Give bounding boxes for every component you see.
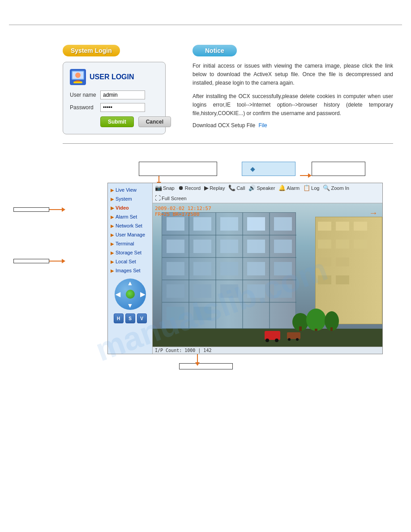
nav-item-imagesset[interactable]: ▶ Images Set [108, 266, 152, 275]
building-main [162, 212, 296, 329]
toolbar-fullscreen[interactable]: ⛶ Full Screen [155, 195, 187, 202]
password-input[interactable] [100, 103, 145, 112]
nav-label-alarmset: Alarm Set [116, 214, 137, 219]
ptz-center-button[interactable] [126, 290, 135, 299]
nav-item-video[interactable]: ▶ Video [108, 203, 152, 212]
login-box: USER LOGIN User name Password Submit Can… [63, 62, 166, 134]
notice-download: Download OCX Setup File File [193, 122, 393, 129]
nav-arrow-icon: ▶ [111, 250, 114, 255]
svg-rect-19 [193, 240, 211, 253]
svg-point-54 [306, 309, 326, 331]
nav-arrow-icon: ▶ [111, 259, 114, 264]
nav-label-localset: Local Set [116, 259, 136, 264]
call-icon: 📞 [228, 184, 235, 191]
ptz-control: ▲ ▼ ◀ ▶ H S V [108, 275, 152, 327]
speaker-icon: 🔊 [248, 184, 256, 191]
toolbar-zoomin[interactable]: 🔍 Zoom In [323, 184, 349, 191]
download-link[interactable]: File [258, 122, 267, 129]
download-text-label: Download OCX Setup File [193, 122, 255, 129]
diagram-section: ◆ [9, 162, 402, 369]
nav-item-storageset[interactable]: ▶ Storage Set [108, 248, 152, 257]
svg-rect-3 [73, 82, 82, 83]
toolbar-snap[interactable]: 📷 Snap [155, 184, 175, 191]
top-right-arrow-indicator: → [369, 208, 378, 218]
username-input[interactable] [100, 90, 145, 99]
nav-item-liveview[interactable]: ▶ Live View [108, 185, 152, 194]
ptz-down-icon[interactable]: ▼ [127, 302, 133, 309]
nav-arrow-icon: ▶ [111, 241, 114, 246]
nav-item-networkset[interactable]: ▶ Network Set [108, 221, 152, 230]
bottom-arrow-line [197, 354, 198, 363]
toolbar-alarm[interactable]: 🔔 Alarm [278, 184, 300, 191]
toolbar-replay[interactable]: ▶ Replay [204, 184, 225, 191]
system-login-badge: System Login [63, 45, 120, 56]
ptz-up-icon[interactable]: ▲ [127, 279, 133, 287]
svg-rect-21 [247, 240, 265, 253]
left-label-box-2 [13, 259, 49, 263]
svg-rect-41 [318, 257, 331, 266]
ptz-left-icon[interactable]: ◀ [116, 291, 120, 298]
snap-label: Snap [163, 185, 175, 191]
svg-rect-57 [330, 327, 333, 331]
bottom-label-area [179, 354, 402, 369]
svg-rect-17 [274, 217, 292, 231]
svg-rect-42 [336, 257, 349, 266]
svg-point-50 [288, 338, 291, 341]
status-bar: I/P Count: 1000 | 142 [153, 347, 382, 354]
nav-arrow-icon: ▶ [111, 223, 114, 228]
toolbar-record[interactable]: ⏺ Record [178, 184, 201, 191]
ptz-btn-s[interactable]: S [125, 313, 135, 323]
nav-item-localset[interactable]: ▶ Local Set [108, 257, 152, 266]
sidebar-nav: ▶ Live View ▶ System ▶ Video ▶ Alarm Set [108, 183, 153, 354]
top-divider [9, 25, 402, 25]
svg-rect-33 [167, 307, 184, 320]
svg-rect-40 [354, 240, 367, 249]
ptz-right-icon[interactable]: ▶ [140, 291, 145, 298]
submit-button[interactable]: Submit [100, 116, 134, 127]
zoomin-icon: 🔍 [323, 184, 330, 191]
toolbar-log[interactable]: 📋 Log [303, 184, 319, 191]
left-labels [9, 183, 107, 326]
svg-rect-39 [336, 240, 349, 249]
nav-item-alarmset[interactable]: ▶ Alarm Set [108, 212, 152, 221]
svg-rect-47 [287, 332, 300, 339]
user-login-header: USER LOGIN [70, 69, 158, 85]
record-icon: ⏺ [178, 184, 184, 191]
nav-arrow-icon: ▶ [111, 215, 114, 219]
username-row: User name [70, 90, 158, 99]
svg-rect-53 [299, 326, 302, 331]
toolbar-speaker[interactable]: 🔊 Speaker [248, 184, 275, 191]
zoomin-label: Zoom In [331, 185, 349, 191]
call-label: Call [236, 185, 245, 191]
nav-item-terminal[interactable]: ▶ Terminal [108, 239, 152, 248]
replay-label: Replay [210, 185, 225, 191]
cancel-button[interactable]: Cancel [138, 116, 171, 127]
toolbar-call[interactable]: 📞 Call [228, 184, 245, 191]
replay-icon: ▶ [204, 184, 209, 191]
password-label: Password [70, 104, 100, 111]
svg-rect-18 [167, 240, 184, 253]
login-notice-section: System Login USER LOGIN User name [63, 45, 393, 144]
nav-item-usermanage[interactable]: ▶ User Manage [108, 230, 152, 239]
ground [153, 329, 382, 347]
ptz-btn-v[interactable]: V [137, 313, 147, 323]
svg-rect-31 [247, 284, 265, 298]
fullscreen-label: Full Screen [162, 196, 187, 201]
svg-rect-20 [220, 240, 238, 253]
status-text: I/P Count: 1000 | 142 [155, 348, 211, 353]
svg-rect-37 [354, 222, 367, 231]
record-label: Record [185, 185, 201, 191]
nav-item-system[interactable]: ▶ System [108, 194, 152, 203]
svg-rect-30 [220, 284, 238, 298]
left-label-box-1 [13, 207, 49, 212]
alarm-label: Alarm [287, 185, 300, 191]
nav-label-networkset: Network Set [116, 223, 142, 228]
svg-point-49 [275, 339, 278, 342]
toolbar: 📷 Snap ⏺ Record ▶ Replay 📞 [153, 183, 382, 203]
form-buttons: Submit Cancel [70, 116, 158, 127]
building-scene [153, 203, 382, 347]
bottom-label-box [179, 363, 233, 369]
svg-rect-13 [167, 217, 184, 231]
ptz-btn-h[interactable]: H [114, 313, 124, 323]
top-label-box-1 [139, 162, 217, 176]
